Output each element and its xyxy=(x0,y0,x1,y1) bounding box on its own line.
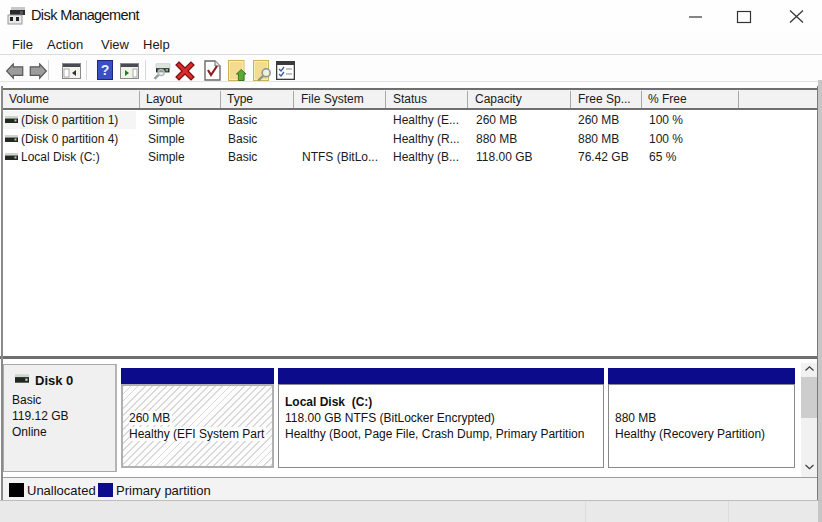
svg-text:?: ? xyxy=(101,62,110,78)
